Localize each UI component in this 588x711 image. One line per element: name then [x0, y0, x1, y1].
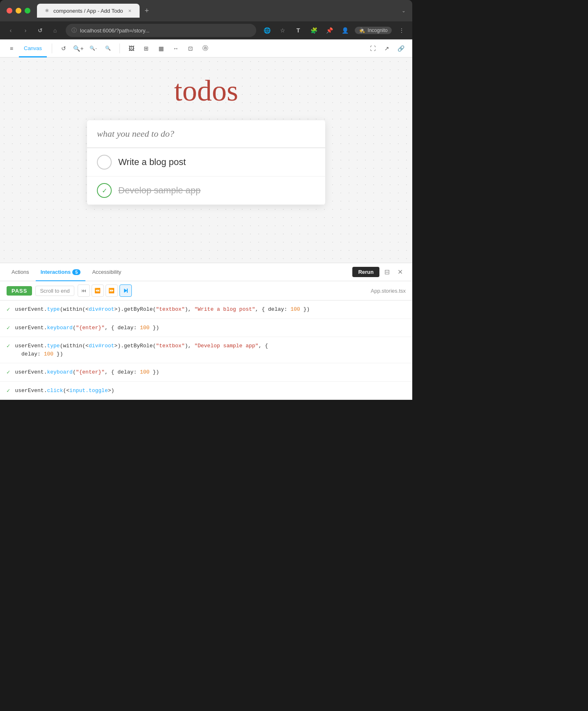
pin-icon[interactable]: 📌	[324, 25, 335, 36]
todos-title: todos	[174, 74, 238, 108]
tab-actions[interactable]: Actions	[7, 263, 34, 281]
incognito-label: Incognito	[368, 28, 388, 33]
interaction-row-1: ✓ userEvent.type(within(<div#root>).getB…	[0, 300, 412, 319]
zoom-out-button[interactable]: 🔍-	[87, 42, 100, 55]
translate-icon[interactable]: 🌐	[261, 25, 273, 36]
split-panel-button[interactable]: ⊟	[381, 266, 393, 278]
open-new-tab-button[interactable]: ↗	[380, 42, 393, 55]
window-chevron[interactable]: ⌄	[402, 8, 406, 14]
tab-title: components / App - Add Todo	[53, 8, 123, 14]
todo-checkbox-2[interactable]: ✓	[97, 183, 112, 198]
address-bar: ‹ › ↺ ⌂ ⓘ localhost:6006/?path=/story...…	[0, 21, 412, 39]
todo-label-2: Develop sample app	[118, 185, 201, 196]
reload-button[interactable]: ↺	[34, 25, 46, 36]
storybook-toolbar: ≡ Canvas ↺ 🔍+ 🔍- 🔍 🖼 ⊞ ▦ ↔ ⊡ ⓐ ⛶ ↗ 🔗	[0, 39, 412, 57]
todo-item-1: Write a blog post	[87, 148, 325, 177]
check-icon-3: ✓	[7, 342, 10, 349]
react-favicon-icon: ⚛	[44, 7, 50, 14]
tab-close-button[interactable]: ✕	[126, 7, 133, 14]
toolbar-divider-2	[119, 44, 120, 53]
profile-icon[interactable]: 👤	[339, 25, 351, 36]
image-view-button[interactable]: 🖼	[125, 42, 138, 55]
tab-accessibility[interactable]: Accessibility	[87, 263, 126, 281]
interaction-row-5: ✓ userEvent.click(<input.toggle>)	[0, 382, 412, 400]
minimize-window-button[interactable]	[16, 8, 21, 14]
new-tab-button[interactable]: +	[141, 5, 153, 16]
toolbar-divider	[52, 44, 52, 53]
bottom-panel: Actions Interactions 5 Accessibility Rer…	[0, 263, 412, 400]
incognito-badge: 🕵 Incognito	[355, 27, 392, 34]
incognito-icon: 🕵	[359, 28, 365, 33]
pass-badge: PASS	[7, 286, 32, 296]
interaction-code-3: userEvent.type(within(<div#root>).getByR…	[15, 342, 406, 358]
playback-controls: ⏮ ⏪ ⏩	[78, 284, 132, 297]
toolbar-left: ≡ Canvas	[5, 39, 47, 57]
check-icon-4: ✓	[7, 369, 10, 376]
crop-button[interactable]: ⊡	[184, 42, 197, 55]
skip-to-start-button[interactable]: ⏮	[78, 284, 90, 297]
url-text: localhost:6006/?path=/story...	[80, 28, 149, 34]
fullscreen-button[interactable]: ⛶	[366, 42, 379, 55]
back-button[interactable]: ‹	[5, 25, 16, 36]
maximize-window-button[interactable]	[25, 8, 30, 14]
skip-to-end-button[interactable]	[119, 284, 132, 297]
panel-tabs: Actions Interactions 5 Accessibility Rer…	[0, 263, 412, 281]
interaction-row-2: ✓ userEvent.keyboard("{enter}", { delay:…	[0, 319, 412, 337]
browser-actions: 🌐 ☆ T 🧩 📌 👤 🕵 Incognito ⋮	[261, 25, 407, 36]
check-icon-1: ✓	[7, 306, 10, 313]
zoom-reset-button[interactable]: 🔍	[101, 42, 115, 55]
interaction-code-5: userEvent.click(<input.toggle>)	[15, 387, 406, 395]
nav-buttons: ‹ › ↺ ⌂	[5, 25, 61, 36]
panel-toolbar: PASS Scroll to end ⏮ ⏪ ⏩ App.stories.tsx	[0, 281, 412, 300]
interaction-code-1: userEvent.type(within(<div#root>).getByR…	[15, 305, 406, 314]
step-back-button[interactable]: ⏪	[92, 284, 104, 297]
file-name: App.stories.tsx	[371, 288, 406, 294]
close-window-button[interactable]	[7, 8, 12, 14]
toolbar-right: ⛶ ↗ 🔗	[366, 42, 407, 55]
traffic-lights	[7, 8, 30, 14]
tab-interactions[interactable]: Interactions 5	[36, 263, 86, 281]
copy-link-button[interactable]: 🔗	[394, 42, 407, 55]
interactions-badge: 5	[72, 269, 80, 275]
interaction-code-2: userEvent.keyboard("{enter}", { delay: 1…	[15, 324, 406, 332]
interaction-code-4: userEvent.keyboard("{enter}", { delay: 1…	[15, 368, 406, 376]
browser-tab-active[interactable]: ⚛ components / App - Add Todo ✕	[37, 4, 140, 18]
zoom-in-button[interactable]: 🔍+	[72, 42, 85, 55]
sidebar-toggle-button[interactable]: ≡	[5, 42, 18, 55]
todo-input[interactable]	[87, 120, 325, 148]
reload-story-button[interactable]: ↺	[57, 42, 70, 55]
tab-canvas[interactable]: Canvas	[19, 39, 47, 57]
scroll-to-end-button[interactable]: Scroll to end	[35, 286, 74, 296]
url-bar[interactable]: ⓘ localhost:6006/?path=/story...	[66, 24, 256, 37]
font-icon[interactable]: T	[292, 25, 304, 36]
close-panel-button[interactable]: ✕	[394, 266, 406, 278]
todo-label-1: Write a blog post	[118, 157, 186, 167]
rerun-button[interactable]: Rerun	[352, 267, 379, 277]
interaction-row-4: ✓ userEvent.keyboard("{enter}", { delay:…	[0, 363, 412, 382]
canvas-area: todos Write a blog post ✓ Develop sample…	[0, 57, 412, 263]
resize-button[interactable]: ↔	[169, 42, 182, 55]
browser-window: ⚛ components / App - Add Todo ✕ + ⌄ ‹ › …	[0, 0, 412, 400]
bookmark-icon[interactable]: ☆	[277, 25, 288, 36]
interactions-list: ✓ userEvent.type(within(<div#root>).getB…	[0, 300, 412, 400]
component-view-button[interactable]: ▦	[154, 42, 168, 55]
extensions-icon[interactable]: 🧩	[308, 25, 319, 36]
security-icon: ⓘ	[71, 27, 77, 34]
title-bar: ⚛ components / App - Add Todo ✕ + ⌄	[0, 0, 412, 21]
check-icon-5: ✓	[7, 387, 10, 394]
todo-app: Write a blog post ✓ Develop sample app	[87, 120, 325, 205]
home-button[interactable]: ⌂	[49, 25, 61, 36]
interaction-row-3: ✓ userEvent.type(within(<div#root>).getB…	[0, 337, 412, 363]
tab-bar: ⚛ components / App - Add Todo ✕ +	[37, 4, 402, 18]
accessibility-button[interactable]: ⓐ	[199, 42, 212, 55]
menu-button[interactable]: ⋮	[396, 25, 407, 36]
step-forward-button[interactable]: ⏩	[106, 284, 118, 297]
grid-view-button[interactable]: ⊞	[140, 42, 153, 55]
check-icon-2: ✓	[7, 324, 10, 331]
todo-checkbox-1[interactable]	[97, 155, 112, 170]
forward-button[interactable]: ›	[20, 25, 31, 36]
todo-item-2: ✓ Develop sample app	[87, 177, 325, 205]
